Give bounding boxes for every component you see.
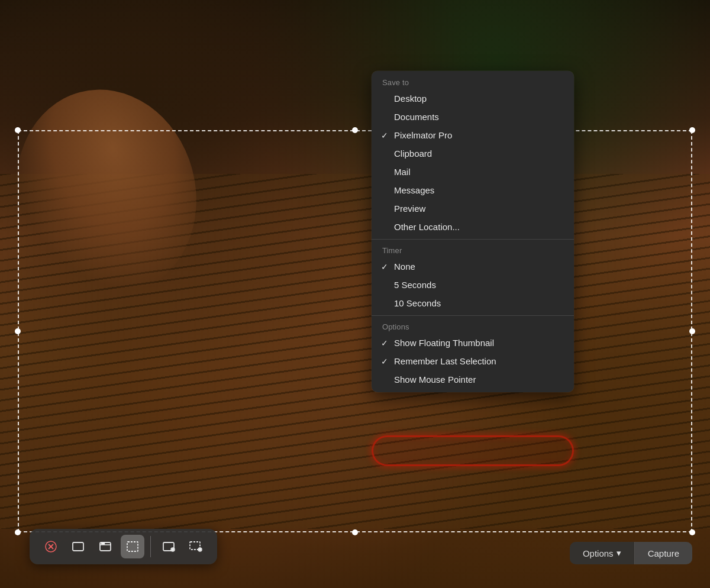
menu-item-5s-label: 5 Seconds <box>394 280 436 290</box>
svg-point-14 <box>199 549 201 551</box>
menu-item-mouse-pointer[interactable]: Show Mouse Pointer <box>372 370 574 389</box>
menu-item-10s[interactable]: 10 Seconds <box>372 294 574 312</box>
menu-item-mail-label: Mail <box>394 167 411 177</box>
toolbar-window-button[interactable] <box>93 535 117 558</box>
menu-item-floating-label: Show Floating Thumbnail <box>394 338 494 348</box>
menu-item-documents[interactable]: Documents <box>372 108 574 126</box>
check-pixelmator: ✓ <box>381 131 388 140</box>
capture-toolbar <box>30 529 217 564</box>
timer-label: Timer <box>372 243 574 257</box>
separator-1 <box>372 239 574 240</box>
svg-point-6 <box>102 543 103 544</box>
options-button[interactable]: Options ▾ <box>570 542 635 564</box>
toolbar-video-selection-button[interactable] <box>184 535 208 558</box>
menu-item-messages[interactable]: Messages <box>372 181 574 199</box>
action-bar: Options ▾ Capture <box>570 542 692 564</box>
menu-item-remember-label: Remember Last Selection <box>394 356 496 366</box>
svg-rect-8 <box>127 542 138 551</box>
menu-item-10s-label: 10 Seconds <box>394 298 441 308</box>
capture-button-label: Capture <box>648 548 679 558</box>
menu-item-clipboard-label: Clipboard <box>394 148 432 159</box>
menu-item-preview[interactable]: Preview <box>372 199 574 218</box>
svg-point-11 <box>172 549 174 551</box>
menu-item-documents-label: Documents <box>394 112 439 122</box>
menu-item-none[interactable]: ✓ None <box>372 257 574 276</box>
menu-item-mouse-label: Show Mouse Pointer <box>394 374 476 385</box>
menu-item-5s[interactable]: 5 Seconds <box>372 276 574 294</box>
menu-item-desktop-label: Desktop <box>394 93 427 104</box>
svg-rect-3 <box>73 542 83 551</box>
chevron-down-icon: ▾ <box>617 548 621 558</box>
capture-button[interactable]: Capture <box>635 542 692 564</box>
options-button-label: Options <box>583 548 614 558</box>
menu-item-other[interactable]: Other Location... <box>372 218 574 236</box>
check-none: ✓ <box>381 262 388 272</box>
video-fullscreen-icon <box>162 539 176 554</box>
separator-2 <box>372 315 574 316</box>
video-selection-icon <box>189 539 203 554</box>
toolbar-fullscreen-button[interactable] <box>66 535 90 558</box>
menu-item-remember-selection[interactable]: ✓ Remember Last Selection <box>372 352 574 370</box>
toolbar-close-button[interactable] <box>39 535 63 558</box>
svg-point-7 <box>104 543 105 544</box>
dropdown-menu: Save to Desktop Documents ✓ Pixelmator P… <box>372 71 574 392</box>
menu-item-none-label: None <box>394 261 415 272</box>
toolbar-video-fullscreen-button[interactable] <box>157 535 180 558</box>
close-icon <box>44 539 58 554</box>
menu-item-desktop[interactable]: Desktop <box>372 89 574 108</box>
menu-item-clipboard[interactable]: Clipboard <box>372 144 574 163</box>
menu-item-other-label: Other Location... <box>394 222 460 232</box>
menu-item-messages-label: Messages <box>394 185 434 195</box>
menu-item-mail[interactable]: Mail <box>372 163 574 181</box>
check-remember: ✓ <box>381 357 388 366</box>
check-floating: ✓ <box>381 338 388 348</box>
fullscreen-icon <box>71 539 85 554</box>
selection-icon <box>125 539 140 554</box>
toolbar-divider <box>150 536 151 557</box>
save-to-label: Save to <box>372 75 574 89</box>
toolbar-selection-button[interactable] <box>121 535 144 558</box>
menu-item-pixelmator-label: Pixelmator Pro <box>394 130 452 140</box>
menu-item-preview-label: Preview <box>394 203 425 214</box>
options-label: Options <box>372 319 574 334</box>
window-icon <box>98 539 112 554</box>
menu-item-floating-thumbnail[interactable]: ✓ Show Floating Thumbnail <box>372 334 574 352</box>
menu-item-pixelmator[interactable]: ✓ Pixelmator Pro <box>372 126 574 144</box>
